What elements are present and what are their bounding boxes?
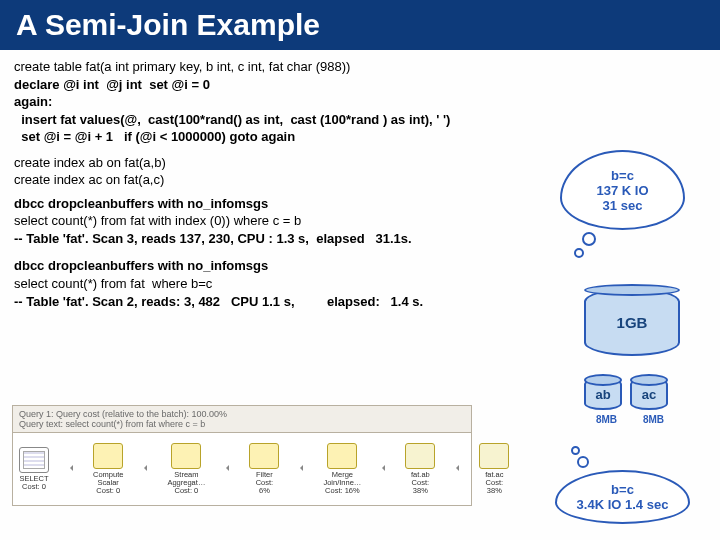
disk-ac: ac (630, 378, 668, 410)
loop-stmt: set @i = @i + 1 if (@i < 1000000) goto a… (14, 128, 706, 146)
plan-op: Merge Join/Inne…Cost: 16% (323, 443, 361, 495)
query-plan: Query 1: Query cost (relative to the bat… (12, 405, 472, 506)
create-table-stmt: create table fat(a int primary key, b in… (14, 58, 706, 76)
plan-op: SELECTCost: 0 (19, 447, 49, 491)
operator-icon (171, 443, 201, 469)
thought-cloud-fast: b=c 3.4K IO 1.4 sec (555, 470, 690, 524)
disk-main: 1GB (584, 288, 680, 356)
plan-op: fat.abCost: 38% (405, 443, 435, 495)
index-scan-icon (479, 443, 509, 469)
result-1: -- Table 'fat'. Scan 3, reads 137, 230, … (14, 230, 706, 248)
plan-op: FilterCost: 6% (249, 443, 279, 495)
plan-op: Stream Aggregat…Cost: 0 (167, 443, 205, 495)
operator-icon (93, 443, 123, 469)
index-scan-icon (405, 443, 435, 469)
cloud2-line1: b=c (567, 482, 678, 497)
label-again: again: (14, 93, 706, 111)
disk-ab: ab (584, 378, 622, 410)
plan-header-line1: Query 1: Query cost (relative to the bat… (19, 409, 465, 419)
dbcc-2: dbcc dropcleanbuffers with no_infomsgs (14, 257, 706, 275)
disk-ac-size: 8MB (643, 414, 664, 425)
disk-ab-size: 8MB (596, 414, 617, 425)
plan-operators-row: SELECTCost: 0Compute ScalarCost: 0Stream… (12, 433, 472, 506)
insert-stmt: insert fat values(@, cast(100*rand() as … (14, 111, 706, 129)
operator-icon (327, 443, 357, 469)
plan-header: Query 1: Query cost (relative to the bat… (12, 405, 472, 433)
operator-icon (249, 443, 279, 469)
disk-ab-label: ab (595, 387, 610, 402)
declare-stmt: declare @i int @j int set @i = 0 (14, 76, 706, 94)
cloud1-line2: 137 K IO (572, 183, 673, 198)
plan-op: fat.acCost: 38% (479, 443, 509, 495)
cloud1-line1: b=c (572, 168, 673, 183)
disk-ac-label: ac (642, 387, 656, 402)
select-icon (19, 447, 49, 473)
slide-title: A Semi-Join Example (0, 0, 720, 50)
cloud2-line2: 3.4K IO 1.4 sec (567, 497, 678, 512)
plan-header-line2: Query text: select count(*) from fat whe… (19, 419, 465, 429)
cloud1-line3: 31 sec (572, 198, 673, 213)
disk-main-label: 1GB (617, 314, 648, 331)
plan-op: Compute ScalarCost: 0 (93, 443, 123, 495)
